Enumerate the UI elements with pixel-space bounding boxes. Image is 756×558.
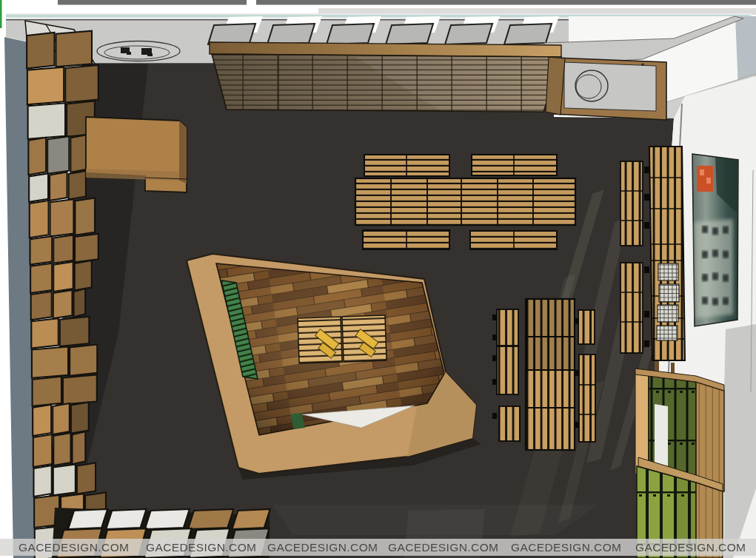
basket-grid-boxes [657, 263, 679, 340]
room-render: GACEDESIGN.COMGACEDESIGN.COMGACEDESIGN.C… [0, 0, 756, 558]
slat-screen-wall [210, 42, 565, 115]
bench-group-right [492, 299, 595, 450]
green-axis-line [0, 0, 2, 28]
counter-unit [554, 58, 666, 120]
watermark-text: GACEDESIGN.COM [635, 541, 746, 554]
ceiling-lamp [97, 41, 180, 61]
watermark-text: GACEDESIGN.COM [267, 541, 378, 554]
watermark-text: GACEDESIGN.COM [511, 541, 621, 554]
watermark-text: GACEDESIGN.COM [19, 541, 129, 554]
watermark-text: GACEDESIGN.COM [388, 541, 498, 554]
wall-poster [692, 154, 738, 326]
watermark-bar: GACEDESIGN.COMGACEDESIGN.COMGACEDESIGN.C… [0, 539, 756, 556]
green-lockers [635, 361, 724, 558]
watermark-text: GACEDESIGN.COM [146, 541, 256, 554]
